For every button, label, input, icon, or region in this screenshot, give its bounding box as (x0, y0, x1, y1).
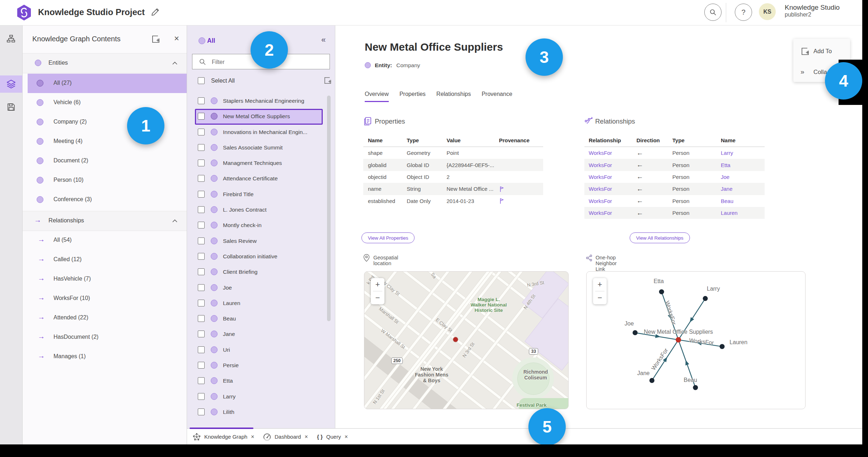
item-checkbox[interactable] (198, 113, 205, 120)
link-chart-widget[interactable]: + − EttaLarryJoeLaurenJaneBeauNew Metal … (586, 271, 806, 409)
add-to-map-icon[interactable] (151, 34, 160, 44)
zoom-out-button[interactable]: − (593, 291, 607, 304)
add-to-button[interactable]: Add To (793, 45, 850, 57)
item-checkbox[interactable] (198, 97, 205, 104)
zoom-out-button[interactable]: − (371, 291, 384, 304)
item-checkbox[interactable] (198, 408, 205, 415)
item-checkbox[interactable] (198, 206, 205, 213)
list-item[interactable]: Managment Techniques (195, 156, 323, 171)
item-checkbox[interactable] (198, 377, 205, 384)
item-checkbox[interactable] (198, 175, 205, 182)
sidebar-item-relationship-type[interactable]: → HasVehicle (7) (28, 269, 187, 289)
table-row[interactable]: WorksFor ← Person Beau (584, 195, 765, 207)
person-node[interactable] (693, 385, 698, 390)
item-checkbox[interactable] (198, 253, 205, 260)
relationship-link[interactable]: WorksFor (589, 150, 636, 156)
list-item[interactable]: Montly check-in (195, 218, 323, 233)
list-item[interactable]: Client Briefing (195, 264, 323, 280)
sidebar-item-entity-type[interactable]: All (27) (28, 74, 187, 93)
list-item[interactable]: Etta (195, 373, 323, 389)
detail-tab[interactable]: Relationships (437, 91, 471, 102)
person-node[interactable] (703, 296, 708, 301)
item-checkbox[interactable] (198, 346, 205, 353)
item-checkbox[interactable] (198, 284, 205, 291)
item-checkbox[interactable] (198, 144, 205, 151)
relationship-link[interactable]: WorksFor (589, 162, 636, 168)
related-entity-link[interactable]: Etta (721, 162, 765, 168)
close-tab-icon[interactable]: × (304, 434, 308, 440)
relationship-link[interactable]: WorksFor (589, 210, 636, 216)
person-node[interactable] (649, 378, 654, 383)
provenance-flag-icon[interactable] (499, 198, 505, 204)
table-row[interactable]: WorksFor ← Person Etta (584, 159, 765, 171)
related-entity-link[interactable]: Lauren (721, 210, 765, 216)
table-row[interactable]: WorksFor ← Person Larry (584, 147, 765, 159)
search-button[interactable] (704, 4, 722, 21)
item-checkbox[interactable] (198, 160, 205, 166)
list-item[interactable]: Lilith (195, 405, 323, 420)
list-item[interactable]: Collaboration initiative (195, 249, 323, 264)
item-checkbox[interactable] (198, 362, 205, 369)
add-to-map-icon[interactable] (323, 76, 332, 85)
relationship-link[interactable]: WorksFor (589, 186, 636, 192)
item-checkbox[interactable] (198, 237, 205, 244)
item-checkbox[interactable] (198, 393, 205, 400)
table-row[interactable]: WorksFor ← Person Joe (584, 171, 765, 183)
related-entity-link[interactable]: Joe (721, 174, 765, 180)
avatar[interactable]: KS (759, 3, 776, 20)
table-row[interactable]: globalid Global ID {A228944F-0EF5-... (363, 159, 543, 171)
sidebar-item-entity-type[interactable]: Conference (3) (28, 190, 187, 209)
list-item[interactable]: Persie (195, 358, 323, 373)
list-item[interactable]: New Metal Office Suppliers (195, 109, 323, 124)
person-node[interactable] (633, 330, 638, 335)
table-row[interactable]: objectid Object ID 2 (363, 171, 543, 183)
collapse-panel-button[interactable]: « (321, 35, 326, 45)
item-checkbox[interactable] (198, 129, 205, 135)
list-item[interactable]: Attendance Certificate (195, 171, 323, 186)
map-widget[interactable]: k RdW Clay StSaN 3rd StN 4th StMaggie L.… (364, 271, 569, 409)
table-row[interactable]: shape Geometry Point (363, 147, 543, 159)
save-tool-button[interactable] (0, 98, 22, 116)
edit-title-icon[interactable] (151, 7, 160, 17)
select-all-checkbox[interactable] (198, 77, 205, 84)
item-checkbox[interactable] (198, 300, 205, 306)
detail-tab[interactable]: Overview (365, 91, 389, 102)
hierarchy-tool-button[interactable] (0, 30, 22, 47)
list-item[interactable]: Firebird Title (195, 187, 323, 202)
list-item[interactable]: Joe (195, 280, 323, 296)
user-menu[interactable]: Knowledge Studio publisher2 (785, 4, 840, 18)
help-button[interactable]: ? (735, 4, 752, 21)
list-item[interactable]: Beau (195, 311, 323, 327)
table-row[interactable]: established Date Only 2014-01-23 (363, 195, 543, 207)
sidebar-item-relationship-type[interactable]: → Attended (22) (28, 308, 187, 328)
provenance-flag-icon[interactable] (499, 186, 505, 192)
sidebar-item-entity-type[interactable]: Document (2) (28, 151, 187, 171)
zoom-in-button[interactable]: + (371, 278, 384, 291)
sidebar-item-relationship-type[interactable]: → Manages (1) (28, 347, 187, 366)
close-panel-button[interactable]: × (174, 33, 179, 43)
list-item[interactable]: Jane (195, 327, 323, 342)
list-item[interactable]: Innovations in Mechanical Engin... (195, 125, 323, 140)
detail-tab[interactable]: Properties (400, 91, 426, 102)
zoom-in-button[interactable]: + (593, 278, 607, 291)
person-node[interactable] (659, 289, 664, 294)
relationship-link[interactable]: WorksFor (589, 198, 636, 204)
list-item[interactable]: Staplers Mechanical Engineering (195, 93, 323, 109)
layers-tool-button[interactable] (0, 75, 22, 93)
item-checkbox[interactable] (198, 331, 205, 337)
relationships-group-header[interactable]: → Relationships (23, 211, 187, 231)
person-node[interactable] (720, 344, 725, 349)
sidebar-item-relationship-type[interactable]: → WorksFor (10) (28, 289, 187, 308)
view-all-properties-button[interactable]: View All Properties (361, 232, 415, 243)
item-checkbox[interactable] (198, 315, 205, 322)
close-tab-icon[interactable]: × (345, 434, 348, 440)
list-scrollbar[interactable] (327, 96, 331, 321)
tab-query[interactable]: { } Query × (317, 429, 348, 445)
sidebar-item-entity-type[interactable]: Meeting (4) (28, 132, 187, 151)
list-item[interactable]: L. Jones Contract (195, 202, 323, 218)
relationship-link[interactable]: WorksFor (589, 174, 636, 180)
tab-dashboard[interactable]: Dashboard × (263, 429, 308, 445)
detail-tab[interactable]: Provenance (482, 91, 512, 102)
sidebar-item-relationship-type[interactable]: → All (54) (28, 231, 187, 250)
related-entity-link[interactable]: Larry (721, 150, 765, 156)
